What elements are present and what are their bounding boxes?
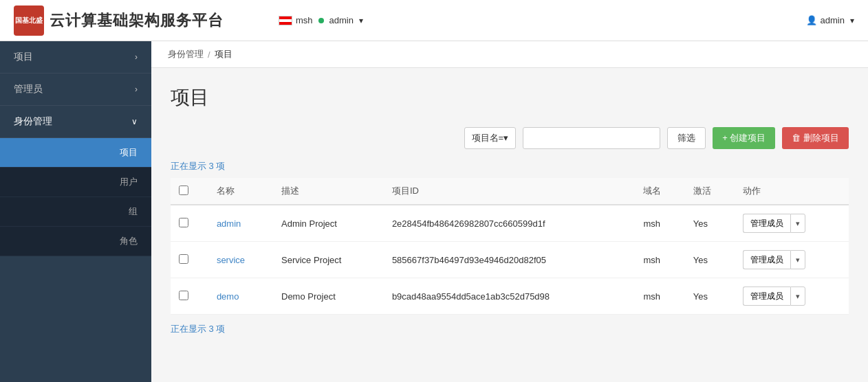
user-icon: 👤 xyxy=(806,15,817,25)
page-content: 项目 项目名=▾ 筛选 + 创建项目 🗑 删除项目 正在显示 3 项 xyxy=(151,68,868,357)
action-dropdown-button[interactable]: ▾ xyxy=(790,214,805,233)
main-content: 身份管理 / 项目 项目 项目名=▾ 筛选 + 创建项目 🗑 删除项目 正在显示… xyxy=(151,41,868,382)
breadcrumb: 身份管理 / 项目 xyxy=(151,41,868,68)
region-selector[interactable]: msh xyxy=(279,15,313,25)
layout: 项目 › 管理员 › 身份管理 ∨ 项目 用户 组 角色 xyxy=(0,41,868,382)
delete-project-button[interactable]: 🗑 删除项目 xyxy=(782,127,849,149)
count-link[interactable]: 正在显示 3 项 xyxy=(171,161,225,171)
sidebar-sub-item-project[interactable]: 项目 xyxy=(0,138,151,168)
table-row: demo Demo Project b9cad48aa9554dd5ace1ab… xyxy=(171,278,849,315)
chevron-right-icon: › xyxy=(135,52,138,62)
col-name: 名称 xyxy=(208,178,273,205)
col-action: 动作 xyxy=(735,178,849,205)
action-button-group: 管理成员 ▾ xyxy=(743,286,840,306)
action-main-button[interactable]: 管理成员 xyxy=(743,214,790,233)
action-main-button[interactable]: 管理成员 xyxy=(743,286,790,306)
row-action-cell: 管理成员 ▾ xyxy=(735,242,849,278)
row-active-cell: Yes xyxy=(685,205,735,242)
sidebar-item-identity[interactable]: 身份管理 ∨ xyxy=(0,106,151,138)
create-project-button[interactable]: + 创建项目 xyxy=(713,127,775,149)
region-name: msh xyxy=(296,15,313,25)
table-row: admin Admin Project 2e28454fb48642698280… xyxy=(171,205,849,242)
project-name-link[interactable]: admin xyxy=(217,218,241,229)
sidebar-sub-item-role[interactable]: 角色 xyxy=(0,227,151,256)
action-button-group: 管理成员 ▾ xyxy=(743,250,840,269)
count-text: 正在显示 3 项 xyxy=(171,160,849,172)
flag-icon xyxy=(279,16,292,25)
row-id-cell: 585667f37b46497d93e4946d20d82f05 xyxy=(384,242,636,278)
row-name-cell: admin xyxy=(208,205,273,242)
row-domain-cell: msh xyxy=(635,242,684,278)
sidebar: 项目 › 管理员 › 身份管理 ∨ 项目 用户 组 角色 xyxy=(0,41,151,382)
sidebar-item-label: 身份管理 xyxy=(14,115,52,128)
table-header-row: 名称 描述 项目ID 域名 激活 动作 xyxy=(171,178,849,205)
row-description-cell: Demo Project xyxy=(273,278,384,315)
bottom-count-link[interactable]: 正在显示 3 项 xyxy=(171,324,225,334)
sidebar-sub-label: 组 xyxy=(129,205,138,218)
search-input[interactable] xyxy=(523,127,660,149)
row-active-cell: Yes xyxy=(685,242,735,278)
filter-button[interactable]: 筛选 xyxy=(667,127,706,149)
sidebar-item-label: 项目 xyxy=(14,51,33,63)
breadcrumb-parent[interactable]: 身份管理 xyxy=(168,48,204,60)
row-domain-cell: msh xyxy=(635,278,684,315)
header-title: 云计算基础架构服务平台 xyxy=(50,10,224,31)
sidebar-item-project[interactable]: 项目 › xyxy=(0,41,151,74)
filter-select-label: 项目名=▾ xyxy=(472,132,509,144)
row-domain-cell: msh xyxy=(635,205,684,242)
header-admin-user[interactable]: 👤 admin xyxy=(806,15,854,25)
project-name-link[interactable]: service xyxy=(217,255,245,265)
col-active: 激活 xyxy=(685,178,735,205)
status-dot xyxy=(318,18,324,23)
admin-chevron-icon xyxy=(848,15,854,25)
col-id: 项目ID xyxy=(384,178,636,205)
sidebar-sub-menu: 项目 用户 组 角色 xyxy=(0,138,151,256)
projects-table: 名称 描述 项目ID 域名 激活 动作 admin Admin Project … xyxy=(171,178,849,315)
row-checkbox[interactable] xyxy=(179,218,188,227)
row-checkbox[interactable] xyxy=(179,291,188,300)
row-name-cell: service xyxy=(208,242,273,278)
row-checkbox[interactable] xyxy=(179,254,188,264)
breadcrumb-separator: / xyxy=(208,49,210,60)
row-description-cell: Admin Project xyxy=(273,205,384,242)
sidebar-sub-item-user[interactable]: 用户 xyxy=(0,168,151,197)
user-center-label: admin xyxy=(329,15,354,25)
select-all-checkbox[interactable] xyxy=(179,186,188,195)
row-id-cell: 2e28454fb486426982807cc660599d1f xyxy=(384,205,636,242)
action-main-button[interactable]: 管理成员 xyxy=(743,250,790,269)
sidebar-item-label: 管理员 xyxy=(14,83,43,95)
row-checkbox-cell xyxy=(171,278,208,315)
breadcrumb-current: 项目 xyxy=(215,48,232,60)
row-id-cell: b9cad48aa9554dd5ace1ab3c52d75d98 xyxy=(384,278,636,315)
header-center: msh admin xyxy=(279,15,363,25)
table-row: service Service Project 585667f37b46497d… xyxy=(171,242,849,278)
bottom-count-text: 正在显示 3 项 xyxy=(171,323,849,335)
col-description: 描述 xyxy=(273,178,384,205)
sidebar-sub-label: 项目 xyxy=(120,146,138,159)
action-button-group: 管理成员 ▾ xyxy=(743,214,840,233)
row-description-cell: Service Project xyxy=(273,242,384,278)
logo-icon: 国基北盛 xyxy=(14,5,44,36)
row-action-cell: 管理成员 ▾ xyxy=(735,278,849,315)
admin-username: admin xyxy=(821,15,845,25)
sidebar-sub-label: 用户 xyxy=(120,176,138,188)
page-title: 项目 xyxy=(171,85,849,111)
row-name-cell: demo xyxy=(208,278,273,315)
project-name-link[interactable]: demo xyxy=(217,291,239,302)
row-checkbox-cell xyxy=(171,242,208,278)
logo-area: 国基北盛 云计算基础架构服务平台 xyxy=(14,5,224,36)
user-center-selector[interactable]: admin xyxy=(329,15,363,25)
action-dropdown-button[interactable]: ▾ xyxy=(790,250,805,269)
col-checkbox xyxy=(171,178,208,205)
sidebar-sub-label: 角色 xyxy=(120,235,138,247)
row-active-cell: Yes xyxy=(685,278,735,315)
header: 国基北盛 云计算基础架构服务平台 msh admin 👤 admin xyxy=(0,0,868,41)
action-dropdown-button[interactable]: ▾ xyxy=(790,286,805,306)
chevron-down-icon: ∨ xyxy=(131,117,138,126)
sidebar-item-admin[interactable]: 管理员 › xyxy=(0,74,151,106)
row-checkbox-cell xyxy=(171,205,208,242)
row-action-cell: 管理成员 ▾ xyxy=(735,205,849,242)
col-domain: 域名 xyxy=(635,178,684,205)
filter-select[interactable]: 项目名=▾ xyxy=(464,127,517,149)
sidebar-sub-item-group[interactable]: 组 xyxy=(0,197,151,227)
